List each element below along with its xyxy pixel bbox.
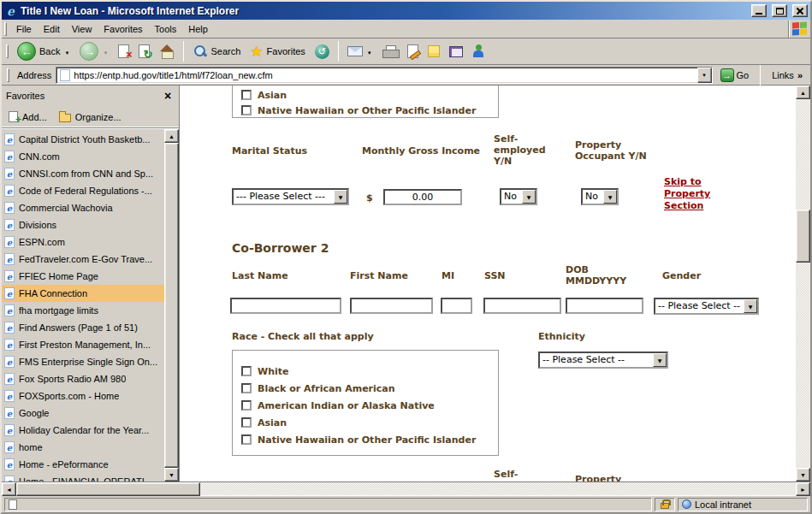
gender-select[interactable]: -- Please Select -- bbox=[654, 298, 759, 315]
race-checkbox[interactable] bbox=[241, 105, 252, 115]
menu-item-view[interactable]: View bbox=[66, 21, 98, 37]
messenger-button[interactable] bbox=[468, 39, 489, 63]
menu-item-tools[interactable]: Tools bbox=[149, 21, 183, 37]
menu-item-help[interactable]: Help bbox=[182, 21, 214, 37]
menu-item-edit[interactable]: Edit bbox=[38, 21, 66, 37]
toolbar-grip[interactable] bbox=[6, 44, 9, 58]
minimize-button[interactable] bbox=[751, 4, 767, 17]
favorites-item-label: FedTraveler.com E-Gov Trave... bbox=[19, 254, 152, 264]
print-button[interactable] bbox=[378, 39, 402, 63]
favorites-item[interactable]: CNN.com bbox=[2, 148, 164, 165]
favorites-item[interactable]: FedTraveler.com E-Gov Trave... bbox=[2, 251, 164, 268]
scroll-thumb[interactable] bbox=[796, 210, 810, 263]
scroll-thumb[interactable] bbox=[16, 482, 200, 496]
favorites-item[interactable]: CNNSI.com from CNN and Sp... bbox=[2, 165, 164, 182]
race-checkbox[interactable] bbox=[241, 400, 252, 411]
favorites-item[interactable]: FMS Enterprise Single Sign On... bbox=[2, 353, 164, 370]
home-button[interactable] bbox=[155, 39, 179, 63]
discuss-button[interactable] bbox=[424, 39, 444, 63]
favorites-item[interactable]: FHA Connection bbox=[2, 285, 164, 302]
favorites-item[interactable]: Code of Federal Regulations -... bbox=[2, 182, 164, 199]
last-name-label: Last Name bbox=[232, 270, 288, 281]
favorites-item[interactable]: FOXSports.com - Home bbox=[2, 387, 164, 405]
vertical-scrollbar[interactable] bbox=[796, 86, 810, 482]
scroll-left-button[interactable] bbox=[2, 482, 16, 496]
favorites-item[interactable]: Divisions bbox=[2, 216, 164, 233]
favorites-item[interactable]: FFIEC Home Page bbox=[2, 268, 164, 285]
property-occupant-select[interactable]: No bbox=[581, 188, 619, 205]
address-grip[interactable] bbox=[7, 68, 9, 82]
last-name-input[interactable] bbox=[230, 298, 341, 314]
forward-button[interactable]: → bbox=[75, 39, 113, 63]
address-dropdown-button[interactable] bbox=[697, 68, 712, 83]
mail-button[interactable] bbox=[343, 39, 377, 63]
refresh-button[interactable]: ↻ bbox=[134, 39, 154, 63]
favorites-item[interactable]: Fox Sports Radio AM 980 bbox=[2, 370, 164, 387]
race-checkbox[interactable] bbox=[241, 417, 252, 428]
edit-button[interactable] bbox=[403, 39, 423, 63]
favorites-item[interactable]: Capital District Youth Basketb... bbox=[2, 131, 164, 148]
dob-input[interactable] bbox=[566, 298, 643, 314]
address-input[interactable]: https://entp.hud.gov/title1/html/f72loan… bbox=[56, 67, 712, 84]
back-label: Back bbox=[39, 46, 60, 56]
ssn-input[interactable] bbox=[483, 298, 561, 314]
favorites-item[interactable]: First Preston Management, In... bbox=[2, 336, 164, 353]
favorites-item[interactable]: Home - FINANCIAL OPERATI... bbox=[2, 473, 164, 482]
mail-dropdown-arrow[interactable] bbox=[366, 46, 373, 56]
race-checkbox[interactable] bbox=[241, 366, 252, 376]
back-button[interactable]: ← Back bbox=[13, 39, 74, 63]
self-employed-select[interactable]: No bbox=[500, 188, 537, 205]
history-button[interactable] bbox=[311, 39, 334, 63]
search-button[interactable]: Search bbox=[188, 39, 245, 63]
dropdown-arrow-icon[interactable] bbox=[522, 190, 536, 204]
organize-favorites-button[interactable]: Organize... bbox=[59, 111, 122, 122]
favorites-panel-close-button[interactable] bbox=[161, 90, 175, 102]
favorites-item[interactable]: ESPN.com bbox=[2, 233, 164, 251]
race-checkbox[interactable] bbox=[241, 90, 252, 100]
race-checkbox[interactable] bbox=[241, 383, 252, 393]
favorites-item-label: FHA Connection bbox=[19, 288, 87, 298]
research-button[interactable] bbox=[445, 39, 467, 63]
links-button[interactable]: Links » bbox=[768, 70, 808, 80]
forward-dropdown-arrow[interactable] bbox=[102, 46, 109, 56]
favorites-item[interactable]: Home - ePeformance bbox=[2, 456, 164, 473]
maximize-button[interactable] bbox=[772, 4, 787, 17]
first-name-input[interactable] bbox=[350, 298, 433, 314]
monthly-income-input[interactable] bbox=[383, 189, 462, 205]
menu-grip[interactable] bbox=[4, 22, 7, 36]
favorites-item[interactable]: Find Answers (Page 1 of 51) bbox=[2, 319, 164, 336]
favorites-item[interactable]: Commercial Wachovia bbox=[2, 199, 164, 216]
dropdown-arrow-icon[interactable] bbox=[603, 190, 617, 204]
favorites-item[interactable]: home bbox=[2, 439, 164, 456]
ethnicity-select[interactable]: -- Please Select -- bbox=[538, 352, 668, 369]
scroll-right-button[interactable] bbox=[796, 482, 810, 496]
horizontal-scrollbar[interactable] bbox=[2, 482, 810, 495]
menu-item-favorites[interactable]: Favorites bbox=[98, 21, 148, 37]
favorites-item[interactable]: fha mortgage limits bbox=[2, 302, 164, 319]
dropdown-arrow-icon[interactable] bbox=[653, 353, 667, 367]
favorites-item[interactable]: Holiday Calendar for the Year... bbox=[2, 422, 164, 439]
favorites-star-icon bbox=[250, 44, 263, 59]
go-button[interactable]: Go bbox=[717, 68, 753, 83]
scroll-down-button[interactable] bbox=[796, 468, 810, 482]
menu-item-file[interactable]: File bbox=[10, 21, 38, 37]
skip-to-property-link[interactable]: Skip to Property Section bbox=[664, 176, 732, 212]
ie-document-icon bbox=[4, 373, 15, 385]
marital-status-select[interactable]: --- Please Select --- bbox=[232, 188, 349, 205]
favorites-scrollbar[interactable] bbox=[164, 129, 179, 482]
race-checkbox[interactable] bbox=[241, 434, 252, 445]
race-header-label: Race - Check all that apply bbox=[232, 331, 374, 342]
stop-button[interactable]: × bbox=[114, 39, 133, 63]
add-favorite-button[interactable]: Add... bbox=[9, 111, 47, 122]
favorites-button[interactable]: Favorites bbox=[246, 39, 310, 63]
back-dropdown-arrow[interactable] bbox=[63, 46, 70, 56]
scroll-down-button[interactable] bbox=[164, 468, 179, 482]
close-button[interactable] bbox=[792, 4, 808, 17]
dropdown-arrow-icon[interactable] bbox=[334, 190, 347, 204]
mi-input[interactable] bbox=[441, 298, 472, 314]
favorites-item[interactable]: Google bbox=[2, 405, 164, 422]
scroll-up-button[interactable] bbox=[164, 129, 179, 143]
scroll-thumb[interactable] bbox=[164, 143, 179, 468]
scroll-up-button[interactable] bbox=[796, 86, 810, 99]
dropdown-arrow-icon[interactable] bbox=[744, 299, 757, 313]
